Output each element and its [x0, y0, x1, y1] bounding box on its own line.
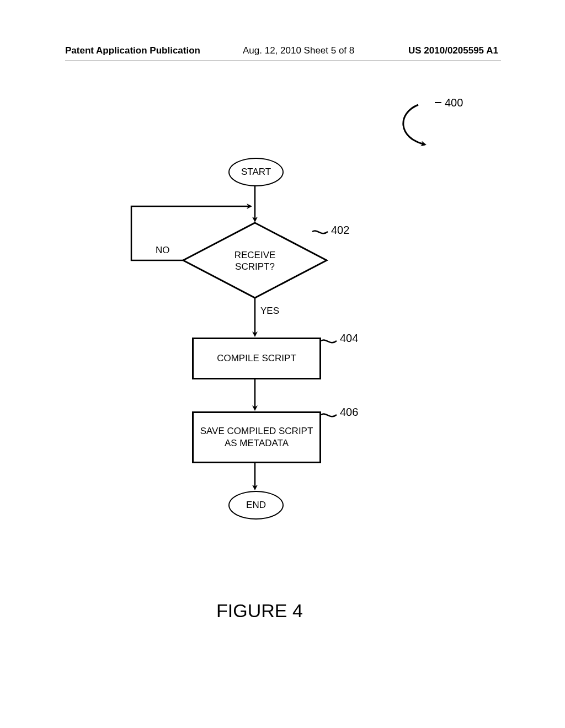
process-compile-script-label: COMPILE SCRIPT [217, 352, 296, 365]
process-save-compiled: SAVE COMPILED SCRIPT AS METADATA [192, 411, 321, 463]
process-compile-script: COMPILE SCRIPT [192, 338, 321, 379]
terminal-end-label: END [246, 500, 266, 511]
label-no: NO [156, 245, 170, 256]
process-save-compiled-label: SAVE COMPILED SCRIPT AS METADATA [194, 425, 319, 449]
ref-label-402: 402 [331, 224, 349, 237]
decision-label: RECEIVE SCRIPT? [234, 250, 276, 272]
figure-ref-400: 400 [445, 97, 463, 109]
decision-receive-script: RECEIVE SCRIPT? [216, 249, 294, 273]
figure-caption: FIGURE 4 [216, 600, 303, 622]
label-yes: YES [260, 306, 279, 317]
page: Patent Application Publication Aug. 12, … [0, 0, 565, 728]
terminal-start: START [228, 158, 284, 186]
ref-label-406: 406 [340, 406, 358, 419]
terminal-end: END [228, 491, 284, 520]
ref-label-404: 404 [340, 332, 358, 345]
terminal-start-label: START [241, 167, 271, 178]
